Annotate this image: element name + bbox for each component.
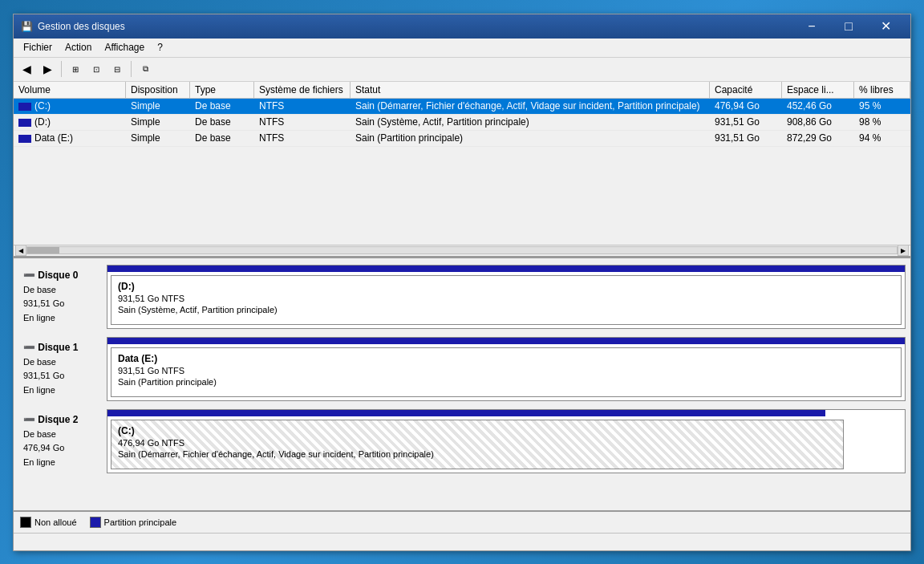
horizontal-scrollbar[interactable]: ◀ ▶ (14, 245, 910, 256)
maximize-button[interactable]: □ (830, 14, 867, 39)
toolbar-separator-2 (131, 61, 132, 77)
main-content: Volume Disposition Type Système de fichi… (14, 82, 910, 550)
legend-label-primary: Partition principale (104, 517, 177, 527)
disk-partition-area: (D:) 931,51 Go NTFS Sain (Système, Actif… (107, 272, 905, 328)
titlebar: 💾 Gestion des disques − □ ✕ (14, 14, 910, 39)
cell-capacite: 931,51 Go (710, 132, 782, 144)
col-header-statut[interactable]: Statut (351, 82, 710, 98)
table-row[interactable]: (C:) Simple De base NTFS Sain (Démarrer,… (14, 99, 910, 115)
partition-info: 476,94 Go NTFS (118, 438, 837, 448)
disk-label: ➖ Disque 2 De base 476,94 Go En ligne (18, 409, 107, 473)
scroll-left-button[interactable]: ◀ (15, 245, 26, 256)
cell-statut: Sain (Démarrer, Fichier d'échange, Actif… (351, 99, 710, 112)
cell-volume: Data (E:) (14, 132, 126, 144)
disk-label: ➖ Disque 1 De base 931,51 Go En ligne (18, 337, 107, 401)
disk-name: ➖ Disque 1 (23, 342, 78, 353)
legend-item-unallocated: Non alloué (20, 517, 77, 528)
cell-disposition: Simple (126, 132, 190, 144)
col-header-volume[interactable]: Volume (14, 82, 126, 98)
cell-capacite: 931,51 Go (710, 116, 782, 128)
back-button[interactable]: ◀ (17, 59, 36, 79)
disk-status: En ligne (23, 313, 55, 323)
disk-content: (C:) 476,94 Go NTFS Sain (Démarrer, Fich… (107, 409, 906, 473)
disk-content: (D:) 931,51 Go NTFS Sain (Système, Actif… (107, 265, 906, 329)
cell-volume: (C:) (14, 99, 126, 112)
partition-block[interactable]: (D:) 931,51 Go NTFS Sain (Système, Actif… (111, 275, 902, 325)
cell-espace: 908,86 Go (782, 116, 854, 128)
col-header-disposition[interactable]: Disposition (126, 82, 190, 98)
disk-status: En ligne (23, 457, 55, 467)
disk-size: 931,51 Go (23, 371, 64, 380)
window-title: Gestion des disques (38, 21, 793, 32)
disk-size: 931,51 Go (23, 298, 64, 308)
table-row[interactable]: Data (E:) Simple De base NTFS Sain (Part… (14, 131, 910, 147)
table-row[interactable]: (D:) Simple De base NTFS Sain (Système, … (14, 115, 910, 131)
col-header-fs[interactable]: Système de fichiers (254, 82, 351, 98)
menubar: Fichier Action Affichage ? (14, 39, 910, 58)
cell-type: De base (190, 132, 254, 144)
disk-icon (18, 103, 31, 111)
col-header-pct[interactable]: % libres (854, 82, 910, 98)
properties-button[interactable]: ⧉ (136, 59, 155, 79)
cell-disposition: Simple (126, 116, 190, 128)
disk-row: ➖ Disque 0 De base 931,51 Go En ligne (D… (18, 265, 906, 329)
partition-info: 931,51 Go NTFS (118, 294, 894, 303)
cell-fs: NTFS (254, 132, 351, 144)
partition-status: Sain (Système, Actif, Partition principa… (118, 305, 894, 314)
cell-disposition: Simple (126, 99, 190, 112)
partition-block[interactable]: (C:) 476,94 Go NTFS Sain (Démarrer, Fich… (111, 420, 844, 469)
col-header-capacite[interactable]: Capacité (710, 82, 782, 98)
view-button-1[interactable]: ⊞ (66, 59, 85, 79)
scrollbar-thumb[interactable] (27, 247, 59, 254)
col-header-type[interactable]: Type (190, 82, 254, 98)
partition-info: 931,51 Go NTFS (118, 366, 894, 375)
menu-affichage[interactable]: Affichage (98, 40, 151, 55)
menu-action[interactable]: Action (59, 40, 98, 55)
main-window: 💾 Gestion des disques − □ ✕ Fichier Acti… (13, 14, 911, 551)
partition-name: (D:) (118, 281, 894, 292)
view-button-3[interactable]: ⊟ (107, 59, 127, 79)
disk-header-bar (107, 266, 905, 272)
disk-name: ➖ Disque 2 (23, 414, 78, 425)
disk-type: De base (23, 285, 56, 294)
disk-header-bar (107, 338, 905, 344)
table-header: Volume Disposition Type Système de fichi… (14, 82, 910, 99)
disk-header-bar (107, 410, 825, 416)
legend-item-primary: Partition principale (90, 517, 177, 528)
cell-pct: 95 % (854, 99, 910, 112)
table-body: (C:) Simple De base NTFS Sain (Démarrer,… (14, 99, 910, 245)
disk-row: ➖ Disque 1 De base 931,51 Go En ligne Da… (18, 337, 906, 401)
disk-partition-area: Data (E:) 931,51 Go NTFS Sain (Partition… (107, 344, 905, 400)
partition-name: Data (E:) (118, 353, 894, 364)
minimize-button[interactable]: − (793, 14, 830, 39)
menu-fichier[interactable]: Fichier (17, 40, 59, 55)
close-button[interactable]: ✕ (867, 14, 904, 39)
volume-table: Volume Disposition Type Système de fichi… (14, 82, 910, 258)
forward-button[interactable]: ▶ (38, 59, 57, 79)
cell-espace: 872,29 Go (782, 132, 854, 144)
disk-label: ➖ Disque 0 De base 931,51 Go En ligne (18, 265, 107, 329)
disk-content: Data (E:) 931,51 Go NTFS Sain (Partition… (107, 337, 906, 401)
cell-fs: NTFS (254, 116, 351, 128)
app-icon: 💾 (20, 20, 33, 33)
window-controls: − □ ✕ (793, 14, 904, 39)
legend-label-unallocated: Non alloué (34, 517, 77, 527)
legend-swatch-primary (90, 517, 101, 528)
scroll-right-button[interactable]: ▶ (898, 245, 909, 256)
disk-icon (18, 119, 31, 127)
view-button-2[interactable]: ⊡ (87, 59, 106, 79)
status-bar (14, 533, 910, 550)
scrollbar-track[interactable] (26, 246, 898, 254)
cell-pct: 94 % (854, 132, 910, 144)
cell-volume: (D:) (14, 116, 126, 128)
cell-espace: 452,46 Go (782, 99, 854, 112)
col-header-espace[interactable]: Espace li... (782, 82, 854, 98)
toolbar-separator-1 (61, 61, 62, 77)
disk-partition-area: (C:) 476,94 Go NTFS Sain (Démarrer, Fich… (107, 416, 905, 473)
cell-pct: 98 % (854, 116, 910, 128)
disk-type: De base (23, 357, 56, 367)
disk-icon (18, 135, 31, 143)
menu-help[interactable]: ? (151, 40, 169, 55)
disk-type: De base (23, 429, 56, 439)
partition-block[interactable]: Data (E:) 931,51 Go NTFS Sain (Partition… (111, 347, 902, 397)
